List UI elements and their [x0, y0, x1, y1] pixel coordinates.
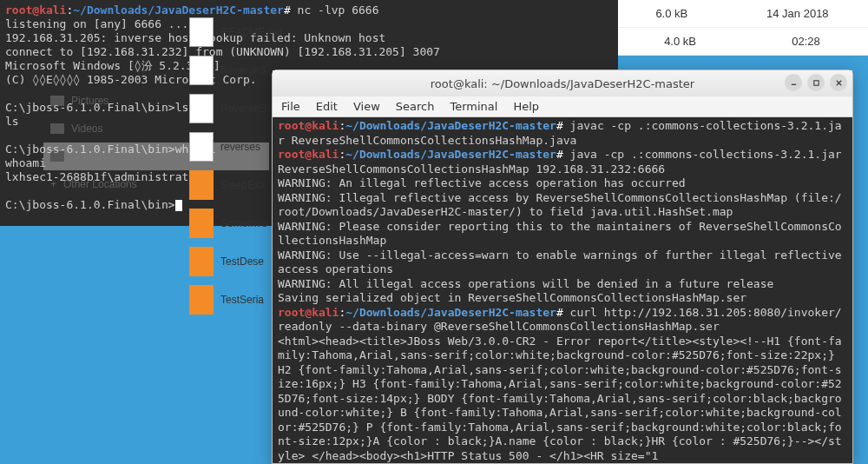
- prompt-path: ~/Downloads/JavaDeserH2C-master: [345, 306, 556, 319]
- menu-file[interactable]: File: [281, 100, 300, 113]
- java-icon: [189, 247, 214, 276]
- titlebar[interactable]: root@kali: ~/Downloads/JavaDeserH2C-mast…: [273, 70, 852, 96]
- prompt-path: ~/Downloads/JavaDeserH2C-master: [345, 148, 556, 161]
- prompt-path: ~/Downloads/JavaDeserH2C-master: [345, 119, 556, 132]
- output-line: WARNING: All illegal access operations w…: [278, 277, 773, 290]
- file-table-fragment: 6.0 kB 14 Jan 2018 4.0 kB 02:28: [616, 0, 868, 56]
- minimize-button[interactable]: [785, 74, 802, 91]
- document-icon: [189, 132, 214, 162]
- menu-view[interactable]: View: [353, 100, 380, 113]
- menu-terminal[interactable]: Terminal: [450, 100, 497, 113]
- menu-search[interactable]: Search: [396, 100, 435, 113]
- maximize-button[interactable]: [807, 74, 825, 91]
- file-icons-column: README.md ReverseS ReverseS reverses Sle…: [189, 13, 285, 319]
- date-cell: 02:28: [792, 35, 820, 48]
- java-icon: [189, 170, 214, 200]
- file-item[interactable]: ReverseS: [189, 51, 285, 89]
- menu-edit[interactable]: Edit: [316, 100, 338, 113]
- document-icon: [189, 94, 214, 123]
- folder-icon: [50, 151, 64, 162]
- menubar: File Edit View Search Terminal Help: [273, 96, 852, 117]
- size-cell: 6.0 kB: [655, 7, 687, 20]
- file-item[interactable]: TestSeria: [189, 281, 285, 319]
- output-line: Saving serialized object in ReverseShell…: [278, 291, 746, 304]
- java-icon: [189, 285, 214, 315]
- cmd: nc -lvp 6666: [298, 3, 379, 17]
- output-line: WARNING: Please consider reporting this …: [278, 220, 842, 248]
- file-item[interactable]: reverses: [189, 128, 285, 166]
- prompt-user: root@kali: [5, 3, 66, 17]
- date-cell: 14 Jan 2018: [766, 7, 829, 20]
- svg-rect-1: [813, 80, 818, 84]
- file-item[interactable]: ReverseS: [189, 89, 285, 128]
- file-item[interactable]: TestDese: [189, 242, 285, 281]
- cmd-echo: whoami: [5, 156, 46, 169]
- prompt-user: root@kali: [278, 306, 339, 319]
- close-button[interactable]: [830, 74, 847, 91]
- file-readme[interactable]: README.md: [189, 13, 285, 51]
- terminal-body[interactable]: root@kali:~/Downloads/JavaDeserH2C-maste…: [273, 117, 852, 463]
- win-prompt: C:\jboss-6.1.0.Final\bin>: [5, 198, 175, 211]
- output-line: listening on [any] 6666 ...: [5, 17, 188, 30]
- document-icon: [189, 56, 214, 85]
- menu-help[interactable]: Help: [513, 100, 539, 113]
- document-icon: [189, 17, 214, 47]
- folder-icon: [50, 96, 64, 106]
- size-cell: 4.0 kB: [664, 35, 696, 48]
- output-line: WARNING: Use --illegal-access=warn to en…: [278, 249, 848, 276]
- table-row: 4.0 kB 02:28: [616, 28, 868, 56]
- cursor: [175, 200, 182, 211]
- output-line: Microsoft Windows [◊汾 5.2.3790]: [5, 59, 220, 72]
- file-item[interactable]: SomeInvo: [189, 204, 285, 242]
- foreground-terminal-window[interactable]: root@kali: ~/Downloads/JavaDeserH2C-mast…: [272, 70, 853, 464]
- prompt-user: root@kali: [278, 148, 339, 161]
- cmd-echo: ls: [5, 115, 19, 128]
- folder-icon: [50, 123, 64, 134]
- file-item[interactable]: SleepExa: [189, 166, 285, 204]
- output-line: WARNING: Illegal reflective access by Re…: [278, 191, 842, 219]
- output-html: <html><head><title>JBoss Web/3.0.0-CR2 -…: [278, 335, 842, 462]
- window-title: root@kali: ~/Downloads/JavaDeserH2C-mast…: [431, 77, 694, 90]
- prompt-user: root@kali: [278, 119, 339, 132]
- java-icon: [189, 209, 214, 238]
- output-line: WARNING: An illegal reflective access op…: [278, 176, 686, 189]
- table-row: 6.0 kB 14 Jan 2018: [616, 0, 868, 28]
